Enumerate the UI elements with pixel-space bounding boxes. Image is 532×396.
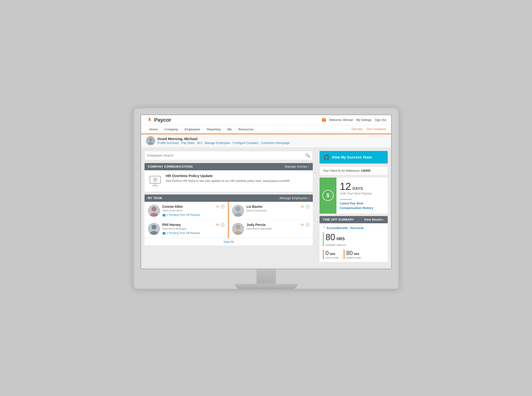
give-feedback-link[interactable]: Give Feedback xyxy=(367,127,386,131)
clock-icon[interactable]: 🕐 xyxy=(305,223,309,227)
comm-text: HR Overtime Policy Update Visit Perform … xyxy=(166,174,290,183)
nav-item-employees[interactable]: Employees xyxy=(181,125,204,134)
time-off-card: TIME OFF SUMMARY View Details › ⌃ AccumB… xyxy=(320,216,388,262)
nav-items: Home Company Employees Reporting Me Reso… xyxy=(146,125,257,134)
days-number: 12 xyxy=(340,181,351,192)
payday-divider xyxy=(340,199,352,200)
member-3-avatar xyxy=(148,223,160,235)
svg-point-15 xyxy=(150,231,158,235)
member-1-avatar xyxy=(148,205,160,217)
manage-employees-btn[interactable]: Manage Employees › xyxy=(280,196,309,200)
team-member-4: Judy Persia Operations Specialist ✉ 🕐 xyxy=(229,220,313,238)
nav-item-me[interactable]: Me xyxy=(224,125,235,134)
member-1-actions: ✉ 🕐 xyxy=(216,205,225,209)
welcome-text: Welcome, Michael xyxy=(329,118,353,122)
search-icon[interactable]: 🔍 xyxy=(305,153,310,158)
team-header: MY TEAM Manage Employees › xyxy=(145,194,313,202)
message-icon[interactable]: ✉ xyxy=(301,205,304,209)
message-icon[interactable]: ✉ xyxy=(301,223,304,227)
clock-icon[interactable]: 🕐 xyxy=(305,205,309,209)
client-id-value: 146995 xyxy=(361,169,371,172)
member-3-name: Phil Harvey xyxy=(162,223,225,227)
view-details-btn[interactable]: View Details › xyxy=(364,218,384,221)
member-1-role: Sales Executives xyxy=(162,209,225,212)
member-4-actions: ✉ 🕐 xyxy=(301,223,309,227)
added-hrs-label: added to date xyxy=(346,256,361,259)
member-2-info: Liz Baxter Sales Executives xyxy=(247,205,309,213)
sign-out-link[interactable]: Sign Out xyxy=(375,118,386,122)
svg-point-11 xyxy=(150,213,158,217)
member-1-info: Connie Allen Sales Executives 👥 1 Pendin… xyxy=(162,205,225,217)
communication-item: HR Overtime Policy Update Visit Perform … xyxy=(145,170,313,192)
svg-point-12 xyxy=(236,207,240,211)
search-input[interactable] xyxy=(147,154,305,157)
clock-icon[interactable]: 🕐 xyxy=(220,205,225,209)
svg-point-13 xyxy=(234,213,242,217)
payday-links: Latest Pay Stub Compensation History xyxy=(340,202,384,210)
time-off-title: TIME OFF SUMMARY xyxy=(323,218,354,221)
quick-link-manage-employees[interactable]: Manage Employees xyxy=(205,141,230,145)
my-settings-link[interactable]: My Settings xyxy=(356,118,372,122)
member-4-role: Operations Specialist xyxy=(247,227,309,230)
paycor-logo-icon xyxy=(146,117,153,123)
message-icon[interactable]: ✉ xyxy=(216,223,219,227)
quick-link-pay-stubs[interactable]: Pay Stubs xyxy=(181,141,195,145)
user-avatar xyxy=(146,136,155,145)
pending-label: 1 Pending Time Off Request xyxy=(167,213,200,216)
compensation-history-link[interactable]: Compensation History xyxy=(340,206,384,210)
notification-badge[interactable]: 7 xyxy=(322,118,326,122)
chevron-right-icon: › xyxy=(308,196,309,200)
client-id-label: Your Client ID for Reference: xyxy=(323,169,360,172)
member-1-pending[interactable]: 👥 1 Pending Time Off Request xyxy=(162,213,225,217)
team-member-2: Liz Baxter Sales Executives ✉ 🕐 xyxy=(229,202,313,220)
view-all-team[interactable]: View All xyxy=(145,238,313,246)
nav-item-company[interactable]: Company xyxy=(161,125,181,134)
team-member-3: Phil Harvey Operations Manager 👥 1 Pendi… xyxy=(145,220,229,238)
svg-point-2 xyxy=(149,138,152,141)
nav-bar: Home Company Employees Reporting Me Reso… xyxy=(141,125,391,134)
comm-body: Visit Perform HR home to see new updates… xyxy=(166,179,290,183)
stand-neck xyxy=(256,269,276,284)
main-content: 🔍 COMPANY COMMUNICATIONS Manage Articles… xyxy=(141,148,391,269)
team-member-1: Connie Allen Sales Executives 👥 1 Pendin… xyxy=(145,202,229,220)
nav-item-reporting[interactable]: Reporting xyxy=(204,125,224,134)
member-3-role: Operations Manager xyxy=(162,227,225,230)
chevron-right-icon: › xyxy=(383,218,384,221)
top-bar: Paycor 7 Welcome, Michael My Settings Si… xyxy=(141,115,391,125)
available-hrs-label: available balance xyxy=(326,243,384,246)
payday-card: $ 12 DAYS Until Your Next Payday Latest … xyxy=(320,178,388,214)
used-hrs-block: 0 HRS used to date xyxy=(323,250,339,259)
headset-icon: 🎧 xyxy=(323,154,329,160)
search-bar[interactable]: 🔍 xyxy=(145,151,313,160)
stand-base xyxy=(235,284,298,289)
manage-articles-btn[interactable]: Manage Articles › xyxy=(285,165,309,168)
added-hrs-number: 80 xyxy=(346,250,353,256)
success-team-btn[interactable]: 🎧 View My Success Team xyxy=(320,151,388,164)
nav-item-home[interactable]: Home xyxy=(146,125,161,134)
top-right-area: 7 Welcome, Michael My Settings Sign Out xyxy=(322,118,386,122)
member-4-avatar xyxy=(232,223,244,235)
hrs-unit: HRS xyxy=(337,237,345,241)
logo: Paycor xyxy=(146,117,171,123)
member-2-avatar xyxy=(232,205,244,217)
quick-link-customize-homepage[interactable]: Customize Homepage xyxy=(261,141,290,145)
nav-item-resources[interactable]: Resources xyxy=(235,125,257,134)
quick-link-profile-summary[interactable]: Profile Summary xyxy=(158,141,179,145)
member-4-name: Judy Persia xyxy=(247,223,309,227)
payday-info: 12 DAYS Until Your Next Payday Latest Pa… xyxy=(336,178,388,214)
member-3-pending[interactable]: 👥 1 Pending Time Off Request xyxy=(162,232,225,235)
member-2-role: Sales Executives xyxy=(247,209,309,212)
clock-icon[interactable]: 🕐 xyxy=(220,223,225,227)
quick-link-configure-company[interactable]: Configure Company xyxy=(233,141,259,145)
right-column: 🎧 View My Success Team Your Client ID fo… xyxy=(316,148,391,269)
communications-header: COMPANY COMMUNICATIONS Manage Articles › xyxy=(145,163,313,170)
member-3-info: Phil Harvey Operations Manager 👥 1 Pendi… xyxy=(162,223,225,235)
latest-pay-stub-link[interactable]: Latest Pay Stub xyxy=(340,202,384,205)
team-title: MY TEAM xyxy=(148,196,162,200)
message-icon[interactable]: ✉ xyxy=(216,205,219,209)
get-help-link[interactable]: Get Help xyxy=(351,127,363,131)
member-2-name: Liz Baxter xyxy=(247,205,309,209)
dollar-icon: $ xyxy=(322,190,334,201)
quick-link-w2[interactable]: W-2 xyxy=(197,141,202,145)
available-hrs-number: 80 xyxy=(326,232,335,242)
